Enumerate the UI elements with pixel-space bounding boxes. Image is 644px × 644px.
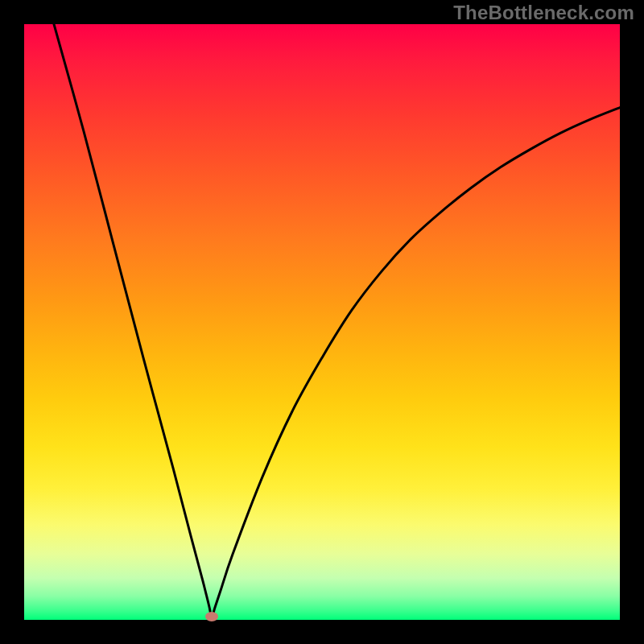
plot-area: [24, 24, 620, 620]
minimum-marker: [205, 612, 218, 621]
curve-svg: [24, 24, 620, 620]
curve-path: [54, 24, 620, 617]
chart-frame: TheBottleneck.com: [0, 0, 644, 644]
watermark-text: TheBottleneck.com: [453, 2, 634, 24]
